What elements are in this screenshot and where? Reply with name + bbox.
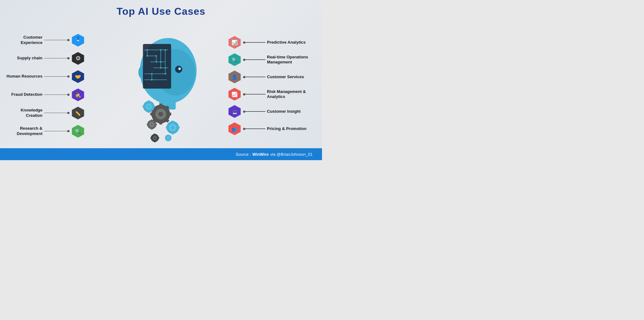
svg-point-34 bbox=[164, 49, 166, 51]
item-label: Customer Experience bbox=[6, 35, 42, 45]
svg-point-57 bbox=[147, 105, 151, 108]
svg-rect-49 bbox=[150, 112, 153, 116]
item-label: Predictive Analytics bbox=[267, 40, 316, 45]
footer-source-prefix: Source : bbox=[236, 152, 251, 157]
item-label: Fraud Detection bbox=[6, 92, 42, 97]
svg-rect-65 bbox=[151, 119, 153, 121]
list-item: 💻 Customer Insight bbox=[228, 105, 316, 118]
svg-point-64 bbox=[151, 123, 153, 126]
page-title: Top AI Use Cases bbox=[0, 0, 322, 17]
svg-rect-67 bbox=[147, 124, 148, 125]
svg-rect-68 bbox=[155, 124, 157, 125]
list-item: Research & Development 🔍 bbox=[6, 124, 85, 138]
svg-rect-75 bbox=[177, 126, 180, 128]
svg-point-35 bbox=[147, 55, 148, 57]
svg-point-36 bbox=[156, 55, 157, 57]
svg-rect-58 bbox=[148, 100, 150, 102]
connector bbox=[44, 75, 69, 78]
svg-text:👥: 👥 bbox=[232, 126, 237, 132]
item-label: Research & Development bbox=[6, 126, 42, 136]
svg-point-39 bbox=[160, 67, 162, 68]
list-item: 👥 Pricing & Promotion bbox=[228, 122, 316, 136]
svg-rect-80 bbox=[154, 141, 155, 142]
svg-text:⚙: ⚙ bbox=[75, 55, 81, 62]
list-item: Fraud Detection 🕵 bbox=[6, 88, 85, 102]
svg-point-41 bbox=[151, 73, 153, 74]
svg-rect-47 bbox=[159, 104, 163, 107]
connector bbox=[44, 39, 69, 41]
hex-icon-research-development: 🔍 bbox=[71, 124, 85, 138]
item-label: Customer Services bbox=[267, 74, 316, 79]
svg-rect-72 bbox=[172, 121, 174, 123]
connector bbox=[243, 59, 265, 61]
svg-rect-79 bbox=[154, 133, 155, 135]
svg-text:✏️: ✏️ bbox=[75, 111, 81, 116]
svg-point-40 bbox=[164, 67, 166, 68]
hex-icon-customer-experience: ★ 👤 bbox=[71, 33, 85, 47]
connector bbox=[44, 57, 69, 59]
footer-suffix: via @BrianJohnson_01 bbox=[270, 152, 313, 157]
svg-text:🤝: 🤝 bbox=[75, 74, 81, 80]
hex-icon-knowledge-creation: ✏️ bbox=[71, 106, 85, 120]
left-column: Customer Experience ★ 👤 Supply chain bbox=[6, 33, 85, 138]
item-label: Real-time Operations Management bbox=[267, 55, 316, 65]
connector bbox=[44, 94, 69, 96]
svg-text:🔍: 🔍 bbox=[75, 128, 81, 134]
svg-point-78 bbox=[154, 137, 156, 139]
connector bbox=[243, 76, 265, 78]
connector bbox=[243, 128, 265, 130]
hex-icon-customer-services: 👤 bbox=[228, 70, 242, 84]
hex-icon-supply-chain: ⚙ bbox=[71, 52, 85, 65]
hex-icon-realtime-ops: 🔍 bbox=[228, 53, 242, 67]
list-item: 👤 Customer Services bbox=[228, 70, 316, 84]
content-area: Customer Experience ★ 👤 Supply chain bbox=[0, 17, 322, 151]
svg-point-33 bbox=[160, 49, 162, 51]
svg-rect-61 bbox=[153, 106, 155, 107]
svg-text:🕵: 🕵 bbox=[75, 92, 81, 98]
center-ai-head bbox=[103, 26, 210, 145]
svg-text:👤: 👤 bbox=[231, 74, 238, 80]
connector bbox=[243, 93, 265, 95]
connector bbox=[243, 41, 265, 44]
svg-rect-48 bbox=[159, 122, 163, 125]
svg-rect-81 bbox=[150, 137, 152, 138]
hex-icon-pricing-promotion: 👥 bbox=[228, 122, 242, 136]
svg-point-46 bbox=[158, 111, 163, 116]
svg-rect-74 bbox=[166, 126, 168, 128]
item-label: Knowledge Creation bbox=[6, 108, 42, 118]
list-item: Supply chain ⚙ bbox=[6, 52, 85, 65]
svg-rect-50 bbox=[168, 112, 171, 116]
footer-brand: WinWire bbox=[253, 152, 269, 157]
svg-rect-82 bbox=[158, 137, 159, 138]
svg-point-43 bbox=[151, 79, 153, 80]
item-label: Human Resources bbox=[6, 74, 42, 79]
item-label: Customer Insight bbox=[267, 109, 316, 114]
svg-point-71 bbox=[171, 126, 175, 129]
svg-text:👤: 👤 bbox=[76, 36, 80, 40]
svg-text:📈: 📈 bbox=[231, 91, 238, 97]
connector bbox=[44, 130, 69, 132]
list-item: Knowledge Creation ✏️ bbox=[6, 106, 85, 120]
svg-point-85 bbox=[167, 137, 169, 139]
connector bbox=[243, 111, 265, 113]
hex-icon-fraud-detection: 🕵 bbox=[71, 88, 85, 102]
footer-bar: Source : WinWire via @BrianJohnson_01 bbox=[0, 148, 322, 160]
list-item: 📊 Predictive Analytics bbox=[228, 35, 316, 49]
svg-point-42 bbox=[164, 73, 166, 74]
hex-icon-risk-management: 📈 bbox=[228, 87, 242, 101]
connector bbox=[44, 112, 69, 114]
list-item: 📈 Risk Management & Analytics bbox=[228, 87, 316, 101]
hex-icon-human-resources: 🤝 bbox=[71, 70, 85, 84]
svg-text:💻: 💻 bbox=[232, 110, 237, 115]
svg-point-37 bbox=[156, 61, 157, 62]
svg-point-32 bbox=[147, 49, 148, 51]
svg-rect-59 bbox=[148, 111, 150, 113]
svg-rect-66 bbox=[151, 128, 153, 129]
svg-point-38 bbox=[160, 61, 162, 62]
right-column: 📊 Predictive Analytics 🔍 bbox=[228, 35, 316, 136]
item-label: Risk Management & Analytics bbox=[267, 89, 316, 100]
svg-rect-73 bbox=[172, 132, 174, 134]
list-item: Customer Experience ★ 👤 bbox=[6, 33, 85, 47]
hex-icon-customer-insight: 💻 bbox=[228, 105, 242, 118]
svg-rect-60 bbox=[142, 106, 144, 107]
